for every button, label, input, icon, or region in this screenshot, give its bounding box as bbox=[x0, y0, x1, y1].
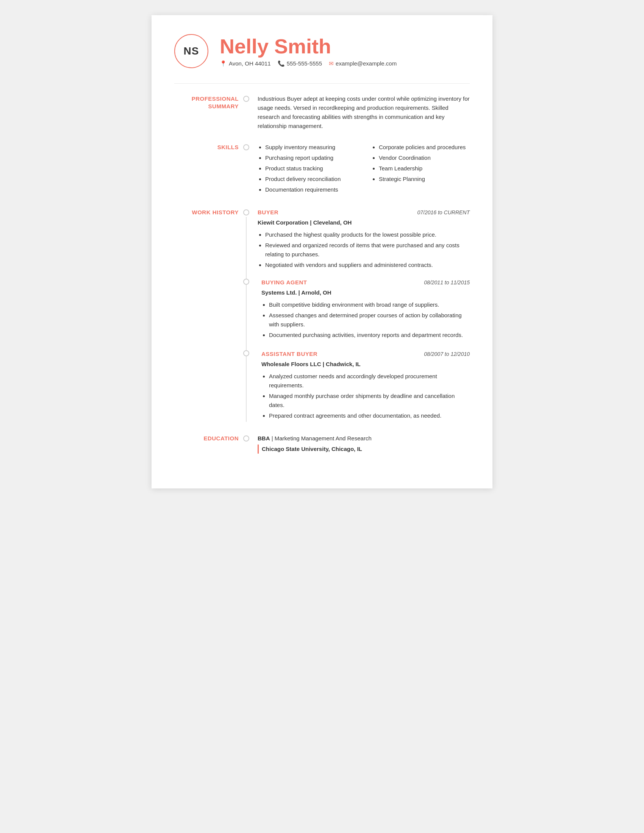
work-label: WORK HISTORY bbox=[174, 209, 239, 216]
education-label-col: EDUCATION bbox=[174, 434, 239, 442]
resume-header: NS Nelly Smith 📍 Avon, OH 44011 📞 555-55… bbox=[174, 34, 470, 68]
list-item: Built competitive bidding environment wi… bbox=[269, 300, 470, 309]
education-content: BBA | Marketing Management And Research … bbox=[254, 434, 470, 453]
education-timeline-dot bbox=[243, 436, 249, 442]
education-label: EDUCATION bbox=[174, 435, 239, 442]
email-icon: ✉ bbox=[329, 60, 334, 67]
candidate-name: Nelly Smith bbox=[220, 35, 397, 58]
skills-list-1: Supply inventory measuring Purchasing re… bbox=[258, 143, 356, 194]
phone-icon: 📞 bbox=[278, 60, 285, 67]
job-sub-item-3: ASSISTANT BUYER 08/2007 to 12/2010 Whole… bbox=[258, 349, 470, 422]
job-sub-dot-2 bbox=[243, 279, 249, 285]
email-item: ✉ example@example.com bbox=[329, 60, 397, 67]
job-sub-dot-col-3 bbox=[239, 349, 254, 357]
job-title-3: ASSISTANT BUYER bbox=[261, 349, 317, 359]
skills-col-2: Corporate policies and procedures Vendor… bbox=[371, 143, 470, 196]
work-timeline-dot-first bbox=[243, 209, 249, 215]
list-item: Documented purchasing activities, invent… bbox=[269, 331, 470, 339]
summary-timeline-col bbox=[239, 94, 254, 103]
job-bullets-3: Analyzed customer needs and accordingly … bbox=[261, 372, 470, 420]
work-timeline-line-outer bbox=[246, 217, 246, 422]
job-company-1: Kiewit Corporation | Cleveland, OH bbox=[258, 218, 470, 227]
summary-content: Industrious Buyer adept at keeping costs… bbox=[254, 94, 470, 130]
job-title-row-1: BUYER 07/2016 to CURRENT bbox=[258, 208, 470, 217]
list-item: Purchased the highest quality products f… bbox=[265, 230, 470, 239]
list-item: Product status tracking bbox=[265, 164, 356, 173]
job-title-1: BUYER bbox=[258, 208, 279, 217]
edu-degree: BBA | Marketing Management And Research bbox=[258, 434, 470, 443]
job-block-1: BUYER 07/2016 to CURRENT Kiewit Corporat… bbox=[258, 208, 470, 270]
location-item: 📍 Avon, OH 44011 bbox=[220, 60, 271, 67]
list-item: Corporate policies and procedures bbox=[379, 143, 470, 152]
job-sub-item-2: BUYING AGENT 08/2011 to 11/2015 Systems … bbox=[258, 278, 470, 341]
skills-label-col: SKILLS bbox=[174, 143, 239, 151]
job-title-row-3: ASSISTANT BUYER 08/2007 to 12/2010 bbox=[261, 349, 470, 359]
edu-school: Chicago State University, Chicago, IL bbox=[258, 444, 470, 453]
job-company-2: Systems Ltd. | Arnold, OH bbox=[261, 288, 470, 297]
job-block-2: BUYING AGENT 08/2011 to 11/2015 Systems … bbox=[258, 278, 470, 341]
job-sub-dot-col-2 bbox=[239, 278, 254, 286]
header-divider bbox=[174, 83, 470, 84]
list-item: Assessed changes and determined proper c… bbox=[269, 311, 470, 329]
location-icon: 📍 bbox=[220, 60, 227, 67]
phone-text: 555-555-5555 bbox=[287, 60, 322, 67]
skills-col-1: Supply inventory measuring Purchasing re… bbox=[258, 143, 356, 196]
list-item: Documentation requirements bbox=[265, 185, 356, 194]
header-info: Nelly Smith 📍 Avon, OH 44011 📞 555-555-5… bbox=[220, 35, 397, 67]
summary-timeline-dot bbox=[243, 96, 249, 102]
list-item: Analyzed customer needs and accordingly … bbox=[269, 372, 470, 390]
job-bullets-1: Purchased the highest quality products f… bbox=[258, 230, 470, 270]
location-text: Avon, OH 44011 bbox=[229, 60, 271, 67]
email-text: example@example.com bbox=[336, 60, 397, 67]
job-dates-1: 07/2016 to CURRENT bbox=[417, 208, 470, 217]
skills-timeline-dot bbox=[243, 144, 249, 150]
work-timeline-outer-col bbox=[239, 208, 254, 422]
job-dates-3: 08/2007 to 12/2010 bbox=[424, 350, 470, 358]
job-block-3: ASSISTANT BUYER 08/2007 to 12/2010 Whole… bbox=[258, 349, 470, 422]
list-item: Prepared contract agreements and other d… bbox=[269, 411, 470, 420]
list-item: Negotiated with vendors and suppliers an… bbox=[265, 261, 470, 270]
summary-text: Industrious Buyer adept at keeping costs… bbox=[258, 94, 470, 130]
section-professional-summary: PROFESSIONAL SUMMARY Industrious Buyer a… bbox=[174, 94, 470, 130]
job-company-3: Wholesale Floors LLC | Chadwick, IL bbox=[261, 360, 470, 369]
skills-list-2: Corporate policies and procedures Vendor… bbox=[371, 143, 470, 183]
list-item: Vendor Coordination bbox=[379, 153, 470, 162]
edu-degree-field: Marketing Management And Research bbox=[275, 435, 372, 442]
section-skills: SKILLS Supply inventory measuring Purcha… bbox=[174, 143, 470, 196]
list-item: Purchasing report updating bbox=[265, 153, 356, 162]
skills-content: Supply inventory measuring Purchasing re… bbox=[254, 143, 470, 196]
work-label-col: WORK HISTORY bbox=[174, 208, 239, 216]
list-item: Team Leadership bbox=[379, 164, 470, 173]
header-contact: 📍 Avon, OH 44011 📞 555-555-5555 ✉ exampl… bbox=[220, 60, 397, 67]
phone-item: 📞 555-555-5555 bbox=[278, 60, 322, 67]
section-work-history: WORK HISTORY BUYER 07/2016 to CURRENT Ki… bbox=[174, 208, 470, 422]
skills-timeline-col bbox=[239, 143, 254, 152]
list-item: Strategic Planning bbox=[379, 175, 470, 183]
skills-columns: Supply inventory measuring Purchasing re… bbox=[258, 143, 470, 196]
list-item: Reviewed and organized records of items … bbox=[265, 241, 470, 259]
list-item: Managed monthly purchase order shipments… bbox=[269, 391, 470, 410]
job-sub-dot-3 bbox=[243, 350, 249, 356]
avatar-initials: NS bbox=[184, 45, 199, 57]
job-bullets-2: Built competitive bidding environment wi… bbox=[261, 300, 470, 339]
section-education: EDUCATION BBA | Marketing Management And… bbox=[174, 434, 470, 453]
skills-label: SKILLS bbox=[174, 143, 239, 151]
job-title-row-2: BUYING AGENT 08/2011 to 11/2015 bbox=[261, 278, 470, 287]
work-history-content: BUYER 07/2016 to CURRENT Kiewit Corporat… bbox=[254, 208, 470, 422]
list-item: Product delivery reconciliation bbox=[265, 175, 356, 183]
edu-degree-abbr: BBA bbox=[258, 435, 270, 442]
education-timeline-col bbox=[239, 434, 254, 442]
resume-page: NS Nelly Smith 📍 Avon, OH 44011 📞 555-55… bbox=[151, 15, 493, 489]
job-title-2: BUYING AGENT bbox=[261, 278, 307, 287]
list-item: Supply inventory measuring bbox=[265, 143, 356, 152]
summary-label-col: PROFESSIONAL SUMMARY bbox=[174, 94, 239, 110]
job-dates-2: 08/2011 to 11/2015 bbox=[424, 278, 470, 286]
summary-label: PROFESSIONAL SUMMARY bbox=[174, 95, 239, 110]
avatar-circle: NS bbox=[174, 34, 208, 68]
edu-degree-separator: | bbox=[272, 435, 275, 442]
